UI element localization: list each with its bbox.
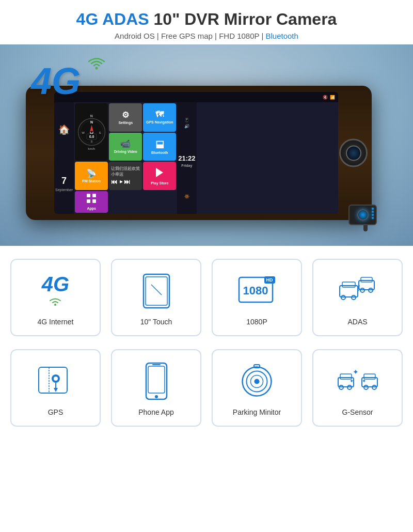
rear-cam-lights [372,208,374,219]
date-info: 7 September [55,175,73,193]
mirror-section: 4G 🔇 📶 🏠 [0,44,413,246]
playstore-icon [154,167,165,180]
svg-text:0.0: 0.0 [89,135,94,138]
adas-icon-area [337,270,378,311]
title-highlight: 4G ADAS [76,10,149,28]
music-icon: 让我们活起欢笑小幸运 ⏮ ▶ ⏭ [111,166,140,185]
adas-label: ADAS [347,318,367,326]
svg-point-34 [54,377,58,381]
parking-label: Parking Minitor [233,408,281,416]
bluetooth-icon: ⬓ [155,138,164,150]
touch-icon-area [136,270,177,311]
product-subtitle: Android OS | Free GPS map | FHD 1080P | … [5,32,408,40]
settings-label: Settings [118,121,133,125]
settings-tile[interactable]: ⚙ Settings [109,103,142,132]
driving-icon: 📹 [120,139,131,149]
features-grid-top: 4G 4G Internet [10,259,403,336]
1080p-icon-area: 1080 HD [236,270,278,311]
gps-label: GPS Navigation [146,120,173,124]
svg-text:W: W [82,131,85,134]
rear-camera [348,205,382,230]
features-grid-bottom: GPS Phone App [10,349,403,427]
touch-label: 10" Touch [140,318,172,326]
led-1 [372,208,374,210]
bluetooth-label: Bluetooth [151,151,168,155]
fm-station-tile[interactable]: 📡 FM Station [75,162,108,190]
product-title: 4G ADAS 10" DVR Mirror Camera [5,9,408,29]
header-section: 4G ADAS 10" DVR Mirror Camera Android OS… [0,0,413,44]
play-store-tile[interactable]: Play Store [143,162,176,190]
driving-label: Driving Video [114,150,137,154]
svg-rect-38 [148,366,165,393]
camera-lens [346,145,361,161]
fm-icon: 📡 [86,168,97,178]
feature-10-touch: 10" Touch [111,259,201,336]
svg-point-39 [155,395,158,398]
mirror-device: 🔇 📶 🏠 7 September ⚙ [26,86,372,220]
volume-icon: 🔇 [323,95,328,100]
svg-text:1080: 1080 [243,284,268,297]
led-2 [372,211,374,213]
gps-tile[interactable]: 🗺 GPS Navigation [143,103,176,132]
rear-cam-mount [363,225,368,231]
apps-tile[interactable]: Apps [75,191,108,213]
screen-right-panel: 📱 🔊 21:22 Friday 🔆 [177,102,196,214]
svg-rect-17 [144,274,169,308]
gps-label: GPS [48,408,63,416]
svg-rect-15 [92,199,96,203]
led-3 [372,214,374,216]
rear-cam-body [348,205,377,225]
4g-icon-area: 4G [35,270,76,311]
4g-internet-label: 4G Internet [37,318,73,326]
svg-rect-18 [146,277,167,305]
svg-rect-23 [342,282,355,287]
gsensor-label: G-Sensor [342,408,373,416]
time-display: 21:22 Friday [178,154,195,168]
svg-rect-27 [361,277,372,282]
feature-parking: Parking Minitor [212,349,302,427]
led-4 [372,217,374,219]
svg-text:✦: ✦ [350,378,354,384]
svg-point-16 [54,304,56,306]
svg-point-44 [255,379,260,384]
svg-text:N: N [90,120,93,124]
feature-1080p: 1080 HD 1080P [212,259,302,336]
gps-nav-icon: 🗺 [155,110,164,119]
rear-cam-lens [357,209,369,221]
phone-icon-area [136,361,177,402]
music-controls-tile[interactable]: 让我们活起欢笑小幸运 ⏮ ▶ ⏭ [109,162,142,190]
4g-label-big: 4G [31,60,81,102]
svg-marker-11 [156,168,163,177]
feature-adas: ADAS [312,259,403,336]
home-icon[interactable]: 🏠 [58,124,70,135]
feature-gps: GPS [10,349,101,427]
driving-video-tile[interactable]: 📹 Driving Video [109,133,142,161]
status-icons: 🔇 📶 [323,95,335,100]
playstore-label: Play Store [151,181,168,185]
gsensor-icon-area: ✦ ✦ ✦ [337,361,378,402]
date-number: 7 [55,175,73,187]
svg-rect-14 [87,199,90,203]
svg-point-0 [96,67,98,70]
screen-left-panel: 🏠 7 September [54,102,74,214]
apps-icon [86,193,97,206]
wifi-icon: 📶 [330,95,335,100]
features-section: 4G 4G Internet [0,246,413,447]
1080p-label: 1080P [246,318,267,326]
wifi-signal-icon [88,55,106,74]
time-value: 21:22 [178,154,195,163]
svg-line-19 [151,285,162,295]
day-value: Friday [178,163,195,168]
svg-rect-12 [87,194,90,197]
svg-text:S: S [90,140,92,143]
svg-text:✦: ✦ [362,378,366,384]
apps-label: Apps [87,207,97,211]
compass-tile: N N E S W [75,103,108,161]
feature-phone-app: Phone App [111,349,201,427]
mirror-screen: 🔇 📶 🏠 7 September ⚙ [54,92,338,214]
svg-text:✦: ✦ [353,368,359,376]
phone-label: Phone App [138,408,174,416]
date-month: September [55,187,73,193]
bluetooth-tile[interactable]: ⬓ Bluetooth [143,133,176,161]
feature-4g-internet: 4G 4G Internet [10,259,101,336]
